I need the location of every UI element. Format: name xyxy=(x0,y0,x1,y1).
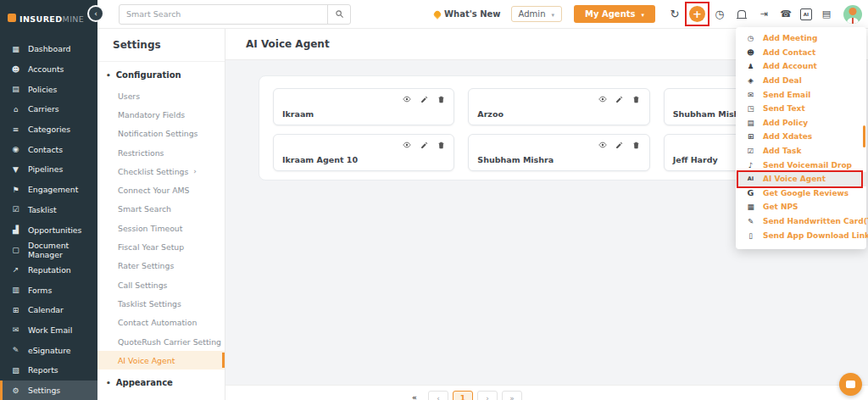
sidebar-item[interactable]: ▟ Opportunities xyxy=(0,219,97,240)
sidebar-item[interactable]: ☻ Accounts xyxy=(0,59,97,80)
quick-add-menu-item[interactable]: ✎ Send Handwritten Card(Thanks.io) xyxy=(736,214,866,229)
sidebar-item-label: Reports xyxy=(28,365,58,375)
delete-icon[interactable] xyxy=(437,141,445,149)
quick-add-menu-item[interactable]: ▤ Add Policy xyxy=(736,116,866,131)
sidebar-item[interactable]: ☑ Tasklist xyxy=(0,200,97,220)
sidebar-item-label: Forms xyxy=(28,286,52,295)
sidebar-item[interactable]: ⚙ Settings xyxy=(0,381,97,400)
sidebar-collapse-button[interactable]: ‹ xyxy=(89,7,103,20)
sidebar-item-label: Settings xyxy=(28,386,60,395)
menu-scrollbar[interactable] xyxy=(863,125,865,147)
delete-icon[interactable] xyxy=(632,95,641,103)
settings-item[interactable]: Notification Settings xyxy=(97,125,225,143)
agent-card[interactable]: Shubham Mishra xyxy=(468,134,649,171)
pagination-first-button[interactable]: « xyxy=(405,391,424,400)
settings-item[interactable]: Call Settings xyxy=(97,275,225,294)
settings-item[interactable]: Mandatory Fields xyxy=(97,105,225,124)
settings-group-appearance[interactable]: Appearance xyxy=(97,369,225,394)
quick-add-menu-item[interactable]: ☻ Add Contact xyxy=(736,46,866,60)
quick-add-menu-item[interactable]: ◈ Add Deal xyxy=(736,74,866,88)
settings-item[interactable]: Fiscal Year Setup xyxy=(97,237,225,256)
edit-icon[interactable] xyxy=(615,141,624,149)
quick-add-menu-item[interactable]: AI AI Voice Agent xyxy=(736,172,866,186)
pagination-prev-button[interactable]: ‹ xyxy=(428,391,448,400)
sidebar-item[interactable]: ▼ Pipelines xyxy=(0,159,97,180)
pagination-last-button[interactable]: » xyxy=(502,391,522,400)
menu-item-label: Add Xdates xyxy=(763,132,812,141)
sidebar-item[interactable]: ⚑ Engagement xyxy=(0,180,97,200)
settings-item-label: Users xyxy=(118,92,140,101)
sidebar-item-label: Policies xyxy=(28,85,57,94)
reputation-icon: ↗ xyxy=(10,265,21,274)
sidebar-item[interactable]: ↗ Reputation xyxy=(0,260,97,281)
whats-new-link[interactable]: What's New xyxy=(434,9,501,19)
sidebar-item[interactable]: ▦ Dashboard xyxy=(0,39,97,59)
edit-icon[interactable] xyxy=(420,95,428,103)
view-icon[interactable] xyxy=(598,141,607,149)
settings-item[interactable]: Session Timeout xyxy=(97,219,225,237)
add-icon[interactable]: + xyxy=(689,6,705,22)
view-icon[interactable] xyxy=(403,141,411,149)
settings-item[interactable]: Restrictions xyxy=(97,143,225,162)
settings-item[interactable]: Tasklist Settings xyxy=(97,294,225,313)
settings-item[interactable]: AI Voice Agent xyxy=(97,351,225,369)
pagination-next-button[interactable]: › xyxy=(477,391,498,400)
sidebar-item[interactable]: ✉ Work Email xyxy=(0,320,97,341)
agent-card[interactable]: Ikraam Agent 10 xyxy=(273,134,454,171)
quick-add-menu-item[interactable]: ◳ Send Text xyxy=(736,102,866,116)
quick-add-menu-item[interactable]: ✉ Send Email xyxy=(736,87,866,102)
edit-icon[interactable] xyxy=(420,141,428,149)
quick-add-menu-item[interactable]: G Get Google Reviews xyxy=(736,186,866,201)
user-avatar[interactable] xyxy=(843,5,862,24)
quick-add-menu-item[interactable]: ♟ Add Account xyxy=(736,59,866,74)
admin-dropdown[interactable]: Admin xyxy=(511,6,562,22)
menu-item-label: Add Task xyxy=(763,147,801,155)
history-icon[interactable]: ◷ xyxy=(712,7,727,22)
quick-add-menu-item[interactable]: ▯ Send App Download Link xyxy=(736,228,866,242)
delete-icon[interactable] xyxy=(632,141,641,149)
sidebar-item[interactable]: ◉ Contacts xyxy=(0,139,97,159)
logout-icon[interactable]: ⇥ xyxy=(756,7,771,22)
menu-item-label: Add Policy xyxy=(763,119,808,127)
pagination-current-page[interactable]: 1 xyxy=(453,391,473,400)
sidebar-item-label: Dashboard xyxy=(28,44,70,53)
sidebar-item[interactable]: ⊞ Calendar xyxy=(0,300,97,320)
edit-icon[interactable] xyxy=(615,95,624,103)
notes-icon[interactable]: ▤ xyxy=(819,7,834,22)
sidebar-item[interactable]: ▤ Policies xyxy=(0,79,97,99)
refresh-icon[interactable]: ↻ xyxy=(667,7,682,22)
settings-item[interactable]: QuoteRush Carrier Setting xyxy=(97,332,225,351)
settings-item[interactable]: Rater Settings xyxy=(97,257,225,275)
settings-item[interactable]: Smart Search xyxy=(97,200,225,219)
sidebar-item[interactable]: ≡ Categories xyxy=(0,119,97,140)
sidebar-item[interactable]: ✎ eSignature xyxy=(0,340,97,360)
view-icon[interactable] xyxy=(598,95,607,103)
ai-chip-icon[interactable]: AI xyxy=(800,8,812,20)
quick-add-menu-item[interactable]: ◷ Add Meeting xyxy=(736,31,866,46)
sidebar-item[interactable]: ▧ Reports xyxy=(0,360,97,381)
search-button[interactable] xyxy=(327,5,350,24)
menu-item-label: Add Meeting xyxy=(763,34,817,42)
notifications-icon[interactable] xyxy=(734,7,749,22)
sidebar-item-label: eSignature xyxy=(28,346,71,355)
quick-add-menu-item[interactable]: ⊞ Add Xdates xyxy=(736,130,866,144)
settings-item[interactable]: Checklist Settings xyxy=(97,162,225,181)
settings-group-configuration[interactable]: Configuration xyxy=(97,62,225,86)
chat-launcher-button[interactable] xyxy=(839,373,862,396)
sidebar-item[interactable]: ▢ Document Manager xyxy=(0,240,97,260)
sidebar-item[interactable]: ⌂ Carriers xyxy=(0,99,97,119)
settings-panel-title: Settings xyxy=(97,28,225,62)
settings-item[interactable]: Connect Your AMS xyxy=(97,181,225,199)
settings-item[interactable]: Users xyxy=(97,86,225,105)
search-input[interactable] xyxy=(120,9,327,19)
agent-card[interactable]: Arzoo xyxy=(468,88,649,125)
quick-add-menu-item[interactable]: ▦ Get NPS xyxy=(736,200,866,214)
phone-icon[interactable]: ☎ xyxy=(778,7,793,22)
sidebar-item[interactable]: ▥ Forms xyxy=(0,280,97,300)
agent-card[interactable]: Ikraam xyxy=(273,88,454,125)
view-icon[interactable] xyxy=(403,95,411,103)
my-agents-button[interactable]: My Agents xyxy=(574,5,655,23)
delete-icon[interactable] xyxy=(437,95,445,103)
settings-item[interactable]: Contact Automation xyxy=(97,314,225,332)
quick-add-menu-item[interactable]: ☑ Add Task xyxy=(736,144,866,158)
